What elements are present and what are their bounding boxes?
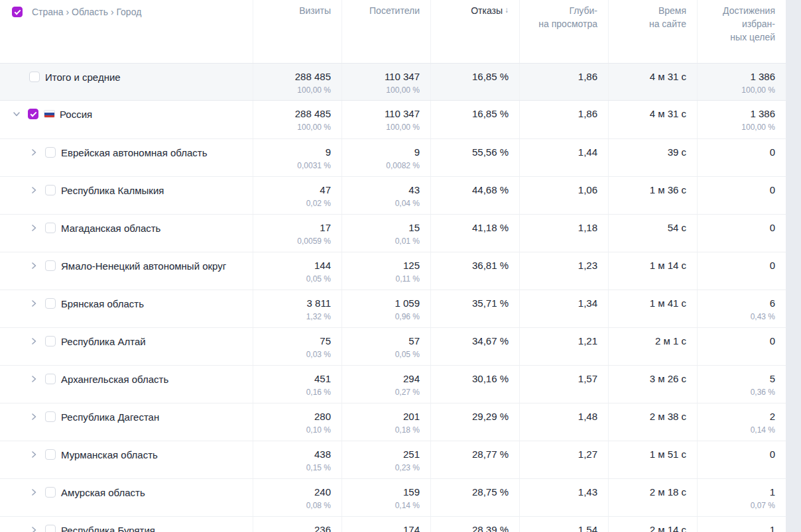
time-value: 2 м 18 с <box>609 486 686 499</box>
goals-value: 2 <box>698 410 775 423</box>
collapse-chevron-down-icon[interactable] <box>12 109 21 119</box>
table-row[interactable]: Брянская область 3 8111,32 % 1 0590,96 %… <box>0 290 786 327</box>
row-checkbox[interactable] <box>45 223 56 233</box>
column-header-goal-conversions[interactable]: Достижения избран- ных целей <box>697 0 786 63</box>
depth-value: 1,54 <box>520 523 597 532</box>
table-row[interactable]: Амурская область 2400,08 % 1590,14 % 28,… <box>0 478 786 516</box>
visits-pct: 0,16 % <box>253 387 331 398</box>
expand-chevron-right-icon[interactable] <box>29 412 38 421</box>
goals-value: 0 <box>698 259 775 272</box>
visitors-value: 9 <box>342 146 420 159</box>
country-name[interactable]: Россия <box>60 109 92 120</box>
column-header-time-on-site[interactable]: Время на сайте <box>608 0 697 63</box>
row-checkbox[interactable] <box>45 487 56 498</box>
depth-value: 1,43 <box>520 486 597 499</box>
table-row[interactable]: Республика Дагестан 2800,10 % 2010,18 % … <box>0 403 786 441</box>
expand-chevron-right-icon[interactable] <box>29 223 38 233</box>
region-name[interactable]: Республика Алтай <box>61 336 146 347</box>
expand-chevron-right-icon[interactable] <box>29 374 38 384</box>
goals-value: 0 <box>698 221 775 235</box>
goals-pct: 0,14 % <box>698 425 775 435</box>
column-header-visits[interactable]: Визиты <box>253 0 341 63</box>
table-row[interactable]: Магаданская область 170,0059 % 150,01 % … <box>0 214 786 252</box>
expand-chevron-right-icon[interactable] <box>29 525 38 532</box>
expand-chevron-right-icon[interactable] <box>29 148 38 157</box>
region-rows: Еврейская автономная область 90,0031 % 9… <box>0 138 786 532</box>
region-name[interactable]: Республика Дагестан <box>61 411 159 423</box>
visits-pct: 0,15 % <box>253 462 331 473</box>
table-row[interactable]: Республика Бурятия 236 174 28,39 % 1,54 … <box>0 516 786 532</box>
region-name[interactable]: Республика Бурятия <box>61 525 155 532</box>
goals-pct: 0,43 % <box>698 311 775 322</box>
goals-value: 1 <box>698 523 775 532</box>
bounce-value: 30,16 % <box>431 372 509 386</box>
goals-pct: 100,00 % <box>698 122 775 133</box>
row-checkbox[interactable] <box>45 298 56 309</box>
depth-value: 1,86 <box>520 70 597 83</box>
goals-value: 0 <box>698 335 775 348</box>
table-row[interactable]: Республика Алтай 750,03 % 570,05 % 34,67… <box>0 327 786 365</box>
depth-value: 1,48 <box>520 410 597 423</box>
row-checkbox[interactable] <box>29 72 40 82</box>
totals-row: Итого и средние 288 485100,00 % 110 3471… <box>0 63 786 101</box>
time-value: 4 м 31 с <box>609 107 686 121</box>
region-name[interactable]: Архангельская область <box>61 374 168 385</box>
visitors-value: 251 <box>342 448 420 461</box>
column-header-page-depth[interactable]: Глуби- на просмотра <box>519 0 608 63</box>
table-row[interactable]: Ямало-Ненецкий автономный округ 1440,05 … <box>0 252 786 290</box>
time-value: 1 м 51 с <box>609 448 686 461</box>
visits-pct: 0,0059 % <box>253 236 331 246</box>
expand-chevron-right-icon[interactable] <box>29 186 38 195</box>
row-checkbox[interactable] <box>45 260 56 271</box>
expand-chevron-right-icon[interactable] <box>29 299 38 308</box>
region-name[interactable]: Магаданская область <box>61 223 160 234</box>
visits-value: 75 <box>253 335 331 348</box>
table-row[interactable]: Архангельская область 4510,16 % 2940,27 … <box>0 365 786 403</box>
bounce-value: 36,81 % <box>431 259 509 272</box>
visits-value: 17 <box>253 221 331 235</box>
bounce-value: 28,39 % <box>431 523 509 532</box>
scrollbar-track[interactable] <box>786 0 801 532</box>
column-header-visitors[interactable]: Посетители <box>341 0 430 63</box>
expand-chevron-right-icon[interactable] <box>29 488 38 497</box>
time-value: 39 с <box>609 146 686 159</box>
row-checkbox[interactable] <box>45 147 56 158</box>
region-name[interactable]: Амурская область <box>61 487 145 498</box>
visitors-value: 43 <box>342 184 420 197</box>
column-header-bounces-sorted[interactable]: Отказы↓ <box>430 0 519 63</box>
expand-chevron-right-icon[interactable] <box>29 450 38 459</box>
visitors-value: 57 <box>342 335 420 348</box>
goals-value: 0 <box>698 146 775 159</box>
bounce-value: 29,29 % <box>431 410 509 423</box>
row-checkbox[interactable] <box>45 449 56 460</box>
breadcrumb[interactable]: Страна › Область › Город <box>32 7 141 17</box>
depth-value: 1,21 <box>520 335 597 348</box>
visitors-pct: 100,00 % <box>342 122 420 133</box>
visitors-value: 159 <box>342 486 420 499</box>
visitors-value: 125 <box>342 259 420 272</box>
table-row[interactable]: Еврейская автономная область 90,0031 % 9… <box>0 138 786 176</box>
row-checkbox[interactable] <box>45 336 56 346</box>
row-checkbox[interactable] <box>45 525 56 532</box>
region-name[interactable]: Мурманская область <box>61 449 158 460</box>
row-checkbox[interactable] <box>28 109 38 119</box>
depth-value: 1,34 <box>520 297 597 310</box>
row-checkbox[interactable] <box>45 185 56 195</box>
visitors-value: 174 <box>342 523 420 532</box>
region-name[interactable]: Брянская область <box>61 298 144 309</box>
expand-chevron-right-icon[interactable] <box>29 261 38 270</box>
select-all-checkbox[interactable] <box>12 7 23 17</box>
region-name[interactable]: Еврейская автономная область <box>61 147 207 158</box>
table-row[interactable]: Республика Калмыкия 470,02 % 430,04 % 44… <box>0 176 786 214</box>
visitors-pct: 0,04 % <box>342 198 420 209</box>
expand-chevron-right-icon[interactable] <box>29 337 38 346</box>
country-row[interactable]: Россия 288 485100,00 % 110 347100,00 % 1… <box>0 101 786 138</box>
table-row[interactable]: Мурманская область 4380,15 % 2510,23 % 2… <box>0 441 786 478</box>
bounce-value: 34,67 % <box>431 335 509 348</box>
time-value: 1 м 14 с <box>609 259 686 272</box>
row-checkbox[interactable] <box>45 374 56 384</box>
region-name[interactable]: Республика Калмыкия <box>61 185 164 196</box>
row-checkbox[interactable] <box>45 411 56 422</box>
region-name[interactable]: Ямало-Ненецкий автономный округ <box>61 260 226 272</box>
goals-value: 0 <box>698 184 775 197</box>
